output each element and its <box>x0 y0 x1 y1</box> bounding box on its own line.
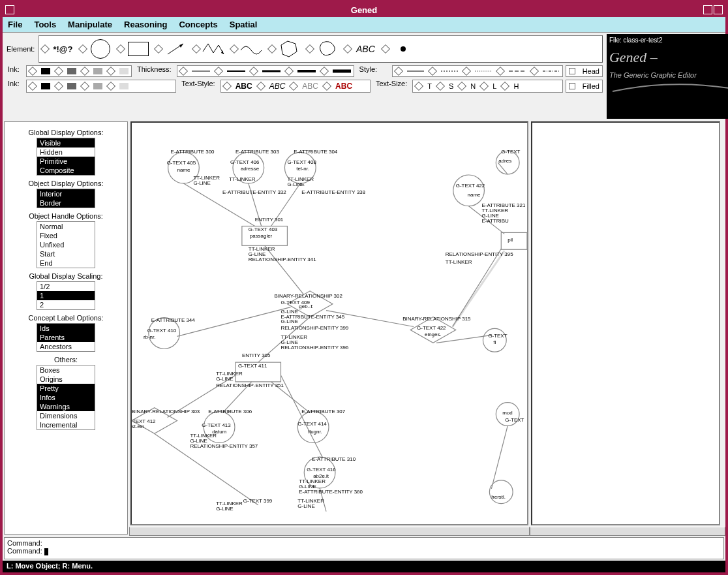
option-ancestors[interactable]: Ancestors <box>37 342 95 351</box>
svg-marker-1 <box>179 44 183 48</box>
option-composite[interactable]: Composite <box>37 166 95 175</box>
diagram-label: G-TEXT 422 <box>417 325 446 331</box>
options-heading-globalDisplay: Global Display Options: <box>7 129 125 136</box>
option-boxes[interactable]: Boxes <box>37 365 95 375</box>
textstyle-selector[interactable]: ABC ABC ABC ABC <box>220 80 371 93</box>
option-origins[interactable]: Origins <box>37 375 95 384</box>
option-end[interactable]: End <box>37 258 95 268</box>
svg-line-42 <box>281 375 323 458</box>
textsize-selector[interactable]: T S N L H <box>412 80 562 93</box>
svg-rect-28 <box>501 232 527 249</box>
option-normal[interactable]: Normal <box>37 222 95 231</box>
linestyle-selector[interactable] <box>392 65 563 77</box>
element-blob[interactable] <box>307 39 341 59</box>
diagram-label: G-TEXT 403 <box>249 226 278 232</box>
element-point[interactable] <box>382 39 416 59</box>
diagram-label: flugnr. <box>308 429 322 435</box>
option-dimensions[interactable]: Dimensions <box>37 411 95 420</box>
menu-file[interactable]: File <box>8 20 22 29</box>
option-pretty[interactable]: Pretty <box>37 384 95 393</box>
menu-tools[interactable]: Tools <box>34 20 56 29</box>
diagram-label: G-LINE <box>193 180 210 186</box>
info-panel: File: class-er-test2 Gened – The Generic… <box>607 34 728 119</box>
menubar: File Tools Manipulate Reasoning Concepts… <box>3 17 725 33</box>
canvas-scrollbar-h[interactable] <box>129 527 530 536</box>
command-area[interactable]: Command: Command: <box>4 537 724 559</box>
diagram-label: RELATIONSHIP-ENTITY 396 <box>281 345 348 350</box>
ink-selector-2[interactable] <box>26 80 176 93</box>
diagram-label: G-LINE <box>216 506 233 512</box>
option-infos[interactable]: Infos <box>37 393 95 402</box>
canvas2-scrollbar-h[interactable] <box>530 527 725 536</box>
main-canvas[interactable]: E-ATTRIBUTE 300G-TEXT 405nameTT-LINKERG-… <box>130 121 528 525</box>
element-curve[interactable] <box>231 39 265 59</box>
element-polygon[interactable] <box>269 39 303 59</box>
diagram-label: ENTITY 305 <box>242 352 271 358</box>
option-visible[interactable]: Visible <box>37 138 95 148</box>
element-chars[interactable]: *!@? <box>42 39 76 59</box>
system-menu-icon[interactable] <box>5 5 14 14</box>
head-toggle[interactable]: Head <box>566 65 603 77</box>
diagram-label: BINARY-RELATIONSHIP 315 <box>402 316 471 322</box>
menu-spatial[interactable]: Spatial <box>230 20 258 29</box>
svg-marker-3 <box>281 41 297 57</box>
thickness-selector[interactable] <box>177 65 354 77</box>
diagram-label: E-ATTRIBUTE 307 <box>301 409 345 414</box>
secondary-canvas[interactable] <box>531 121 720 525</box>
titlebar: Gened <box>3 3 725 17</box>
menu-reasoning[interactable]: Reasoning <box>124 20 167 29</box>
diagram-label: passagier <box>250 233 273 239</box>
diagram-label: datum <box>212 429 226 435</box>
option-unfixed[interactable]: Unfixed <box>37 240 95 249</box>
maximize-button[interactable] <box>714 5 723 14</box>
menu-concepts[interactable]: Concepts <box>179 20 217 29</box>
diagram-label: ist-ein <box>132 424 144 429</box>
minimize-button[interactable] <box>703 5 712 14</box>
status-bar: L: Move Object; R: Menu. <box>3 561 725 572</box>
window-title: Gened <box>351 5 377 15</box>
diagram-label: adres <box>498 158 511 164</box>
diagram-label: rb-nr. <box>144 334 156 340</box>
option-2[interactable]: 2 <box>37 300 95 309</box>
element-zigzag[interactable] <box>193 39 227 59</box>
option-interior[interactable]: Interior <box>37 189 95 198</box>
option-border[interactable]: Border <box>37 198 95 208</box>
diagram-label: RELATIONSHIP-ENTITY 399 <box>281 325 348 331</box>
option-warnings[interactable]: Warnings <box>37 402 95 411</box>
option-fixed[interactable]: Fixed <box>37 231 95 240</box>
filled-toggle[interactable]: Filled <box>566 80 603 93</box>
ink-label: Ink: <box>5 65 23 77</box>
textstyle-label: Text-Style: <box>179 80 217 93</box>
diagram-label: name <box>177 167 190 173</box>
element-rect[interactable] <box>117 39 151 59</box>
diagram-label: fl <box>493 339 496 345</box>
option-12[interactable]: 1/2 <box>37 282 95 291</box>
option-incremental[interactable]: Incremental <box>37 420 95 429</box>
element-text[interactable]: ABC <box>344 39 378 59</box>
options-heading-handle: Object Handle Options: <box>7 212 125 220</box>
diagram-label: E-ATTRIBUTE 344 <box>151 318 195 324</box>
diagram-label: G-LINE <box>216 376 233 382</box>
diagram-label: G-TEXT 406 <box>230 159 260 165</box>
element-circle[interactable] <box>80 39 114 59</box>
diagram-label: E-ATTRIBUTE 310 <box>312 456 356 462</box>
diagram-label: name <box>468 192 481 198</box>
diagram-label: E-ATTRIBUTE-ENTITY 338 <box>301 189 365 195</box>
option-start[interactable]: Start <box>37 249 95 258</box>
option-1[interactable]: 1 <box>37 291 95 300</box>
diagram-label: tel-nr. <box>296 166 309 172</box>
menu-manipulate[interactable]: Manipulate <box>68 20 112 29</box>
textsize-label: Text-Size: <box>373 80 410 93</box>
option-parents[interactable]: Parents <box>37 333 95 342</box>
diagram-label: E-ATTRIBUTE-ENTITY 360 <box>299 489 363 495</box>
options-heading-concept: Concept Label Options: <box>7 314 125 322</box>
option-hidden[interactable]: Hidden <box>37 148 95 157</box>
element-arrow[interactable] <box>155 39 189 59</box>
diagram-label: G-LINE <box>287 181 304 187</box>
option-ids[interactable]: Ids <box>37 324 95 333</box>
ink-selector-1[interactable] <box>26 65 132 77</box>
option-primitive[interactable]: Primitive <box>37 157 95 166</box>
diagram-label: E-ATTRIBUTE 303 <box>235 149 279 155</box>
svg-line-35 <box>265 245 304 294</box>
element-label: Element: <box>4 45 37 53</box>
